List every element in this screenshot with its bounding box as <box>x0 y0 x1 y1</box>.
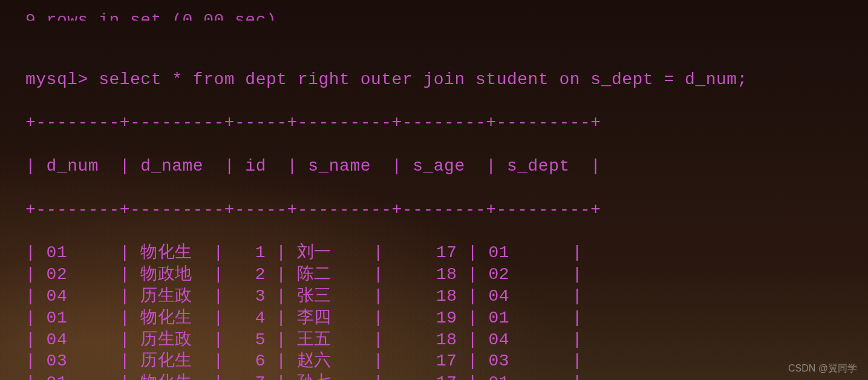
table-border-mid: +--------+---------+-----+---------+----… <box>25 199 868 221</box>
table-data-rows: | 01 | 物化生 | 1 | 刘一 | 17 | 01 | | 02 | 物… <box>25 242 868 380</box>
mysql-prompt: mysql> <box>25 70 99 89</box>
previous-result-partial: 9 rows in set (0.00 sec) <box>25 10 868 21</box>
table-header-row: | d_num | d_name | id | s_name | s_age |… <box>25 156 868 177</box>
table-border-top: +--------+---------+-----+---------+----… <box>25 112 868 134</box>
sql-query: select * from dept right outer join stud… <box>99 70 748 89</box>
sql-prompt-line: mysql> select * from dept right outer jo… <box>25 69 868 91</box>
terminal-output[interactable]: 9 rows in set (0.00 sec) mysql> select *… <box>0 0 868 380</box>
watermark: CSDN @翼同学 <box>788 362 857 375</box>
